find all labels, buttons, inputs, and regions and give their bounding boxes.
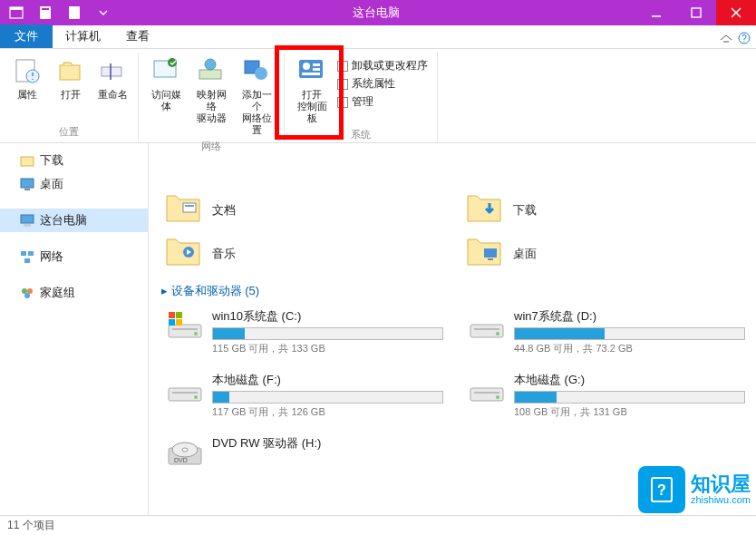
open-button[interactable]: 打开	[51, 53, 91, 123]
drive-icon	[165, 372, 205, 408]
folder-item[interactable]: 桌面	[462, 234, 749, 274]
drive-item[interactable]: win7系统盘 (D:)44.8 GB 可用，共 73.2 GB	[463, 305, 749, 359]
close-button[interactable]	[716, 0, 756, 25]
svg-rect-32	[24, 258, 30, 263]
minimize-button[interactable]	[636, 0, 676, 25]
sidebar-item-this-pc[interactable]: 这台电脑	[0, 209, 148, 232]
tab-computer[interactable]: 计算机	[53, 24, 113, 48]
folders-grid: 文档下载音乐桌面	[161, 190, 749, 274]
svg-point-56	[496, 395, 499, 399]
checkbox-icon	[337, 79, 348, 90]
svg-rect-47	[176, 319, 182, 326]
sidebar-item-desktop[interactable]: 桌面	[0, 172, 148, 196]
network-icon	[20, 249, 34, 264]
ribbon-tabs: 文件 计算机 查看 ?	[0, 25, 756, 49]
drive-name: 本地磁盘 (F:)	[212, 372, 443, 388]
add-netloc-button[interactable]: 添加一个 网络位置	[235, 53, 278, 138]
folder-item[interactable]: 音乐	[161, 234, 448, 274]
uninstall-link[interactable]: 卸载或更改程序	[337, 58, 428, 73]
help-icon[interactable]: ?	[738, 32, 751, 48]
svg-rect-39	[484, 248, 497, 258]
rename-button[interactable]: 重命名	[92, 53, 132, 123]
svg-rect-45	[176, 312, 182, 318]
ribbon-minimize-icon[interactable]	[720, 32, 732, 48]
ribbon-group-network: 访问媒体 映射网络 驱动器 添加一个 网络位置 网络	[139, 53, 285, 142]
system-props-link[interactable]: 系统属性	[337, 76, 428, 92]
drive-item[interactable]: 本地磁盘 (G:)108 GB 可用，共 131 GB	[463, 368, 749, 423]
manage-link[interactable]: 管理	[337, 94, 428, 110]
svg-rect-27	[24, 189, 30, 190]
folder-icon	[466, 194, 504, 227]
content-area: 下载 桌面 这台电脑 网络 家庭组 文档下载音乐桌面 ▸ 设备和驱动器 (5) …	[0, 143, 756, 515]
svg-rect-26	[21, 179, 34, 188]
qat-dropdown-icon[interactable]	[91, 3, 116, 23]
sidebar-item-network[interactable]: 网络	[0, 245, 148, 268]
svg-rect-44	[169, 312, 175, 318]
ribbon: 属性 打开 重命名 位置 访问媒体 映射网络 驱动器	[0, 49, 756, 143]
svg-rect-6	[692, 8, 701, 17]
svg-rect-16	[199, 70, 221, 79]
checkbox-icon	[337, 97, 348, 108]
folder-icon	[165, 194, 203, 227]
main-pane: 文档下载音乐桌面 ▸ 设备和驱动器 (5) win10系统盘 (C:)115 G…	[149, 143, 756, 515]
svg-rect-31	[28, 251, 34, 256]
qat-icon-3[interactable]	[62, 3, 87, 23]
svg-point-21	[303, 63, 310, 70]
tab-view[interactable]: 查看	[113, 24, 162, 48]
drive-stats: 44.8 GB 可用，共 73.2 GB	[514, 342, 745, 355]
tab-file[interactable]: 文件	[0, 24, 53, 48]
drive-item[interactable]: 本地磁盘 (F:)117 GB 可用，共 126 GB	[161, 368, 447, 423]
open-control-panel-button[interactable]: 打开 控制面板	[290, 53, 334, 126]
svg-rect-25	[21, 157, 34, 166]
drive-item[interactable]: win10系统盘 (C:)115 GB 可用，共 133 GB	[161, 305, 447, 359]
sidebar-item-downloads[interactable]: 下载	[0, 149, 148, 172]
status-text: 11 个项目	[7, 518, 55, 533]
drive-icon	[467, 372, 507, 408]
folder-label: 下载	[513, 202, 537, 219]
folder-item[interactable]: 文档	[161, 190, 448, 230]
drive-icon: DVD	[165, 435, 205, 472]
svg-rect-23	[313, 68, 320, 71]
svg-point-34	[27, 288, 33, 294]
svg-point-50	[496, 332, 499, 336]
drives-header[interactable]: ▸ 设备和驱动器 (5)	[161, 283, 749, 299]
svg-point-59	[182, 448, 188, 452]
svg-point-19	[255, 67, 267, 80]
ribbon-help: ?	[720, 32, 751, 48]
svg-rect-37	[185, 205, 194, 207]
drive-icon	[467, 308, 507, 345]
ribbon-group-location: 属性 打开 重命名 位置	[0, 53, 139, 142]
drive-name: 本地磁盘 (G:)	[514, 372, 745, 388]
svg-rect-55	[474, 392, 499, 394]
drive-usage-bar	[514, 391, 745, 404]
drive-stats: 117 GB 可用，共 126 GB	[212, 405, 443, 419]
drive-item[interactable]: DVDDVD RW 驱动器 (H:)	[161, 432, 447, 475]
qat-icon-1[interactable]	[4, 3, 29, 23]
svg-rect-1	[10, 7, 23, 10]
folder-icon	[466, 238, 504, 270]
sidebar-item-homegroup[interactable]: 家庭组	[0, 281, 148, 305]
svg-rect-42	[172, 328, 198, 330]
homegroup-icon	[20, 286, 34, 300]
status-bar: 11 个项目	[0, 515, 756, 535]
svg-text:DVD: DVD	[174, 457, 188, 463]
svg-rect-46	[169, 319, 175, 326]
folder-item[interactable]: 下载	[462, 190, 749, 230]
folder-label: 桌面	[513, 246, 537, 262]
maximize-button[interactable]	[676, 0, 716, 25]
drive-usage-bar	[212, 391, 443, 404]
svg-point-33	[22, 288, 27, 294]
quick-access-toolbar	[4, 3, 116, 23]
svg-point-43	[194, 332, 198, 336]
svg-rect-22	[313, 63, 320, 66]
access-media-button[interactable]: 访问媒体	[144, 53, 188, 138]
desktop-icon	[20, 177, 34, 191]
drive-usage-bar	[212, 327, 443, 340]
properties-button[interactable]: 属性	[5, 53, 49, 123]
drive-name: win7系统盘 (D:)	[514, 308, 745, 325]
map-drive-button[interactable]: 映射网络 驱动器	[189, 53, 233, 138]
svg-point-53	[194, 395, 198, 399]
qat-icon-2[interactable]	[33, 3, 58, 23]
ribbon-group-system: 打开 控制面板 卸载或更改程序 系统属性 管理 系统	[285, 53, 438, 142]
computer-icon	[20, 213, 34, 228]
